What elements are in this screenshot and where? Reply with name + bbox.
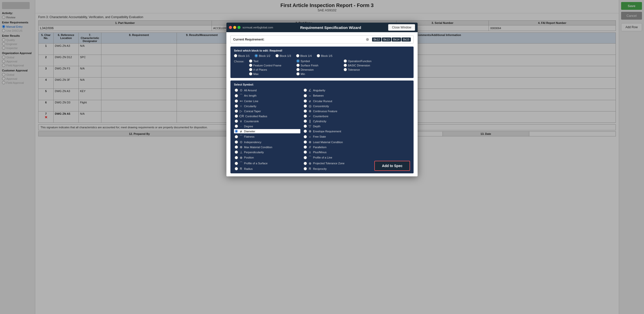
- symbol-item-right[interactable]: RReciprocity: [303, 167, 369, 171]
- choose-item[interactable]: Operation/Function: [344, 59, 389, 63]
- symbol-item-left[interactable]: CRControlled Radius: [234, 114, 300, 118]
- symbol-item-right[interactable]: ⊕Least Material Condition: [303, 140, 369, 144]
- symbol-radio[interactable]: [235, 167, 238, 170]
- symbol-item-left[interactable]: ⊕Max Material Condition: [234, 145, 300, 149]
- symbol-item-right[interactable]: ⊕Envelope Requirement: [303, 129, 369, 133]
- symbol-item-left[interactable]: ⌒Flatness: [234, 134, 300, 139]
- block-tag[interactable]: Bk12: [372, 37, 381, 42]
- choose-item[interactable]: Feature Control Frame: [249, 64, 294, 67]
- symbol-item-left[interactable]: ○Circularity: [234, 104, 300, 108]
- symbol-radio[interactable]: [304, 114, 307, 118]
- block-radio-item[interactable]: Block 1/5: [317, 54, 332, 57]
- add-to-spec-button[interactable]: Add to Spec: [374, 161, 410, 171]
- symbol-item-right[interactable]: ◎Concentricity: [303, 104, 369, 108]
- symbol-item-right[interactable]: ∥Cylindricity: [303, 119, 369, 123]
- choose-item[interactable]: Min: [296, 72, 342, 75]
- choose-radio[interactable]: [344, 59, 347, 63]
- symbol-item-left[interactable]: ·Degree: [234, 124, 300, 128]
- symbol-item-left[interactable]: RRadius: [234, 167, 300, 171]
- symbol-item-right[interactable]: ○Free State: [303, 134, 369, 139]
- symbol-radio[interactable]: [235, 125, 238, 128]
- symbol-radio[interactable]: [235, 130, 238, 133]
- symbol-item-right[interactable]: ⊕Continuous Feature: [303, 109, 369, 113]
- tl-red[interactable]: [229, 26, 232, 29]
- symbol-radio[interactable]: [304, 135, 307, 138]
- symbol-radio[interactable]: [235, 156, 238, 159]
- symbol-item-left[interactable]: ↤Center Line: [234, 99, 300, 103]
- choose-radio[interactable]: [344, 68, 347, 71]
- block-radio-item[interactable]: Block 1/2: [255, 54, 270, 57]
- block-radio[interactable]: [255, 54, 258, 57]
- tl-yellow[interactable]: [233, 26, 236, 29]
- block-radio-item[interactable]: Block 1/1: [234, 54, 250, 57]
- block-radio[interactable]: [275, 54, 279, 57]
- symbol-item-left[interactable]: ⌒Arc length: [234, 93, 300, 98]
- symbol-radio[interactable]: [304, 89, 307, 92]
- symbol-item-left[interactable]: ⊙Independency: [234, 140, 300, 144]
- block-radio[interactable]: [317, 54, 320, 57]
- symbol-radio[interactable]: [235, 94, 238, 97]
- choose-radio[interactable]: [296, 72, 300, 75]
- symbol-item-left[interactable]: ∨Countersink: [234, 119, 300, 123]
- symbol-item-right[interactable]: ∠Angularity: [303, 88, 369, 92]
- symbol-radio[interactable]: [235, 135, 238, 138]
- choose-radio[interactable]: [249, 59, 252, 63]
- block-radio-item[interactable]: Block 1/4: [296, 54, 312, 57]
- symbol-radio[interactable]: [304, 150, 307, 154]
- symbol-radio[interactable]: [235, 140, 238, 144]
- symbol-item-left[interactable]: ⌀Diameter: [234, 129, 300, 133]
- symbol-radio[interactable]: [304, 99, 307, 103]
- symbol-radio[interactable]: [304, 162, 307, 165]
- choose-item[interactable]: Dimension: [296, 68, 342, 71]
- symbol-radio[interactable]: [304, 130, 307, 133]
- tl-green[interactable]: [237, 26, 240, 29]
- symbol-radio[interactable]: [235, 162, 238, 165]
- choose-radio[interactable]: [344, 64, 347, 67]
- symbol-item-right[interactable]: ⌒Profile of a Line: [303, 155, 369, 160]
- choose-item[interactable]: Text: [249, 59, 294, 63]
- symbol-item-left[interactable]: ⊕Position: [234, 155, 300, 160]
- symbol-item-right[interactable]: ⌐Counterbore: [303, 114, 369, 118]
- symbol-radio[interactable]: [304, 167, 307, 170]
- symbol-radio[interactable]: [235, 114, 238, 118]
- symbol-radio[interactable]: [235, 89, 238, 92]
- block-radio[interactable]: [234, 54, 237, 57]
- symbol-item-right[interactable]: ▽Depth: [303, 124, 369, 128]
- choose-radio[interactable]: [296, 64, 300, 67]
- block-tag[interactable]: Bk14: [392, 37, 401, 42]
- choose-item[interactable]: Max: [249, 72, 294, 75]
- symbol-radio[interactable]: [304, 109, 307, 113]
- close-window-button[interactable]: Close Window: [388, 24, 415, 31]
- symbol-radio[interactable]: [235, 150, 238, 154]
- symbol-radio[interactable]: [304, 140, 307, 144]
- block-radio[interactable]: [296, 54, 299, 57]
- symbol-radio[interactable]: [304, 145, 307, 149]
- symbol-radio[interactable]: [304, 94, 307, 97]
- symbol-item-right[interactable]: //Parallelism: [303, 145, 369, 149]
- current-req-input[interactable]: [266, 38, 364, 41]
- choose-item[interactable]: BASIC Dimension: [344, 64, 389, 67]
- choose-item[interactable]: # of Places: [249, 68, 294, 71]
- symbol-radio[interactable]: [235, 145, 238, 149]
- symbol-radio[interactable]: [304, 104, 307, 108]
- choose-item[interactable]: Tolerance: [344, 68, 389, 71]
- symbol-radio[interactable]: [235, 99, 238, 103]
- symbol-radio[interactable]: [304, 120, 307, 123]
- block-tag[interactable]: Bk15: [401, 37, 411, 42]
- choose-radio[interactable]: [296, 59, 300, 63]
- symbol-item-left[interactable]: ⊥Perpendicularity: [234, 150, 300, 154]
- symbol-radio[interactable]: [304, 156, 307, 159]
- symbol-item-left[interactable]: ⊙All Around: [234, 88, 300, 92]
- choose-radio[interactable]: [296, 68, 300, 71]
- symbol-radio[interactable]: [235, 104, 238, 108]
- symbol-radio[interactable]: [235, 109, 238, 113]
- symbol-item-left[interactable]: ▷Conical Taper: [234, 109, 300, 113]
- choose-item[interactable]: Surface Finish: [296, 64, 342, 67]
- block-radio-item[interactable]: Block 1/3: [275, 54, 291, 57]
- symbol-item-right[interactable]: ±Plus/Minus: [303, 150, 369, 154]
- symbol-radio[interactable]: [235, 120, 238, 123]
- choose-item[interactable]: Symbol: [296, 59, 342, 63]
- choose-radio[interactable]: [249, 64, 252, 67]
- block-tag[interactable]: Bk13: [382, 37, 391, 42]
- symbol-item-right[interactable]: ↔Between: [303, 93, 369, 98]
